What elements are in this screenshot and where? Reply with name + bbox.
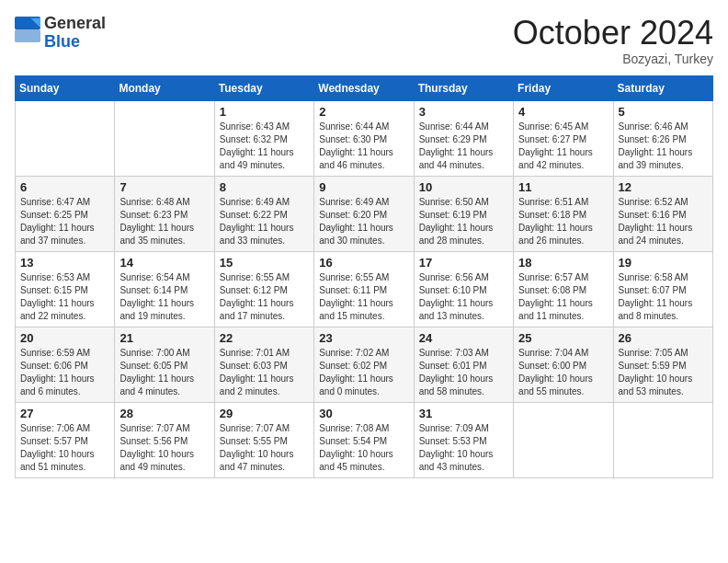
sunrise-text: Sunrise: 6:54 AMSunset: 6:14 PMDaylight:… bbox=[119, 272, 194, 321]
sunrise-text: Sunrise: 7:03 AMSunset: 6:01 PMDaylight:… bbox=[419, 348, 494, 396]
calendar-cell: 15 Sunrise: 6:55 AMSunset: 6:12 PMDaylig… bbox=[214, 251, 313, 327]
calendar-cell bbox=[115, 100, 214, 176]
sunrise-text: Sunrise: 6:45 AMSunset: 6:27 PMDaylight:… bbox=[518, 121, 593, 170]
calendar-cell bbox=[16, 100, 115, 176]
day-number: 3 bbox=[419, 105, 508, 119]
sunrise-text: Sunrise: 6:49 AMSunset: 6:20 PMDaylight:… bbox=[319, 197, 393, 246]
day-number: 23 bbox=[319, 331, 408, 345]
calendar-cell: 5 Sunrise: 6:46 AMSunset: 6:26 PMDayligh… bbox=[613, 100, 712, 176]
sunrise-text: Sunrise: 7:09 AMSunset: 5:53 PMDaylight:… bbox=[419, 423, 494, 472]
calendar-cell: 13 Sunrise: 6:53 AMSunset: 6:15 PMDaylig… bbox=[16, 251, 115, 327]
day-number: 13 bbox=[20, 256, 109, 270]
calendar-week-row: 27 Sunrise: 7:06 AMSunset: 5:57 PMDaylig… bbox=[16, 402, 713, 477]
day-number: 15 bbox=[220, 256, 309, 270]
day-number: 25 bbox=[518, 331, 608, 345]
calendar-cell: 31 Sunrise: 7:09 AMSunset: 5:53 PMDaylig… bbox=[414, 402, 513, 477]
day-number: 2 bbox=[319, 105, 408, 119]
logo-blue: Blue bbox=[44, 32, 80, 51]
sunrise-text: Sunrise: 6:50 AMSunset: 6:19 PMDaylight:… bbox=[419, 197, 494, 246]
sunrise-text: Sunrise: 6:55 AMSunset: 6:11 PMDaylight:… bbox=[319, 272, 393, 321]
day-number: 26 bbox=[619, 331, 708, 345]
day-number: 11 bbox=[518, 180, 608, 194]
header: General Blue October 2024 Bozyazi, Turke… bbox=[15, 15, 713, 66]
day-of-week-header: Monday bbox=[115, 75, 214, 100]
calendar-cell: 21 Sunrise: 7:00 AMSunset: 6:05 PMDaylig… bbox=[115, 327, 214, 402]
sunrise-text: Sunrise: 6:44 AMSunset: 6:29 PMDaylight:… bbox=[419, 121, 494, 170]
sunrise-text: Sunrise: 6:57 AMSunset: 6:08 PMDaylight:… bbox=[518, 272, 593, 321]
location-subtitle: Bozyazi, Turkey bbox=[513, 52, 713, 66]
sunrise-text: Sunrise: 6:48 AMSunset: 6:23 PMDaylight:… bbox=[119, 197, 194, 246]
calendar-cell: 11 Sunrise: 6:51 AMSunset: 6:18 PMDaylig… bbox=[514, 176, 613, 251]
day-number: 28 bbox=[119, 407, 209, 420]
sunrise-text: Sunrise: 7:01 AMSunset: 6:03 PMDaylight:… bbox=[220, 348, 294, 396]
logo-general: General bbox=[44, 14, 106, 32]
calendar-cell: 26 Sunrise: 7:05 AMSunset: 5:59 PMDaylig… bbox=[613, 327, 712, 402]
sunrise-text: Sunrise: 6:58 AMSunset: 6:07 PMDaylight:… bbox=[619, 272, 693, 321]
calendar-cell: 7 Sunrise: 6:48 AMSunset: 6:23 PMDayligh… bbox=[115, 176, 214, 251]
sunrise-text: Sunrise: 6:49 AMSunset: 6:22 PMDaylight:… bbox=[220, 197, 294, 246]
day-number: 14 bbox=[119, 256, 209, 270]
calendar-cell: 2 Sunrise: 6:44 AMSunset: 6:30 PMDayligh… bbox=[314, 100, 414, 176]
sunrise-text: Sunrise: 7:02 AMSunset: 6:02 PMDaylight:… bbox=[319, 348, 393, 396]
calendar-cell: 20 Sunrise: 6:59 AMSunset: 6:06 PMDaylig… bbox=[16, 327, 115, 402]
month-title: October 2024 bbox=[513, 15, 713, 52]
logo-icon bbox=[15, 17, 40, 42]
calendar-cell: 18 Sunrise: 6:57 AMSunset: 6:08 PMDaylig… bbox=[514, 251, 613, 327]
calendar-week-row: 1 Sunrise: 6:43 AMSunset: 6:32 PMDayligh… bbox=[16, 100, 713, 176]
sunrise-text: Sunrise: 7:04 AMSunset: 6:00 PMDaylight:… bbox=[518, 348, 593, 396]
calendar-cell bbox=[514, 402, 613, 477]
day-number: 10 bbox=[419, 180, 508, 194]
sunrise-text: Sunrise: 7:07 AMSunset: 5:56 PMDaylight:… bbox=[119, 423, 194, 472]
calendar-cell: 25 Sunrise: 7:04 AMSunset: 6:00 PMDaylig… bbox=[514, 327, 613, 402]
sunrise-text: Sunrise: 6:51 AMSunset: 6:18 PMDaylight:… bbox=[518, 197, 593, 246]
day-number: 29 bbox=[220, 407, 309, 420]
calendar-cell: 10 Sunrise: 6:50 AMSunset: 6:19 PMDaylig… bbox=[414, 176, 513, 251]
day-number: 30 bbox=[319, 407, 408, 420]
calendar-cell bbox=[613, 402, 712, 477]
day-number: 17 bbox=[419, 256, 508, 270]
sunrise-text: Sunrise: 6:47 AMSunset: 6:25 PMDaylight:… bbox=[20, 197, 95, 246]
calendar-cell: 30 Sunrise: 7:08 AMSunset: 5:54 PMDaylig… bbox=[314, 402, 414, 477]
day-number: 6 bbox=[20, 180, 109, 194]
day-of-week-header: Saturday bbox=[613, 75, 712, 100]
sunrise-text: Sunrise: 7:00 AMSunset: 6:05 PMDaylight:… bbox=[119, 348, 194, 396]
day-of-week-header: Wednesday bbox=[314, 75, 414, 100]
day-number: 1 bbox=[220, 105, 309, 119]
sunrise-text: Sunrise: 6:59 AMSunset: 6:06 PMDaylight:… bbox=[20, 348, 95, 396]
day-number: 22 bbox=[220, 331, 309, 345]
sunrise-text: Sunrise: 6:53 AMSunset: 6:15 PMDaylight:… bbox=[20, 272, 95, 321]
sunrise-text: Sunrise: 6:55 AMSunset: 6:12 PMDaylight:… bbox=[220, 272, 294, 321]
day-number: 5 bbox=[619, 105, 708, 119]
calendar-cell: 19 Sunrise: 6:58 AMSunset: 6:07 PMDaylig… bbox=[613, 251, 712, 327]
day-number: 9 bbox=[319, 180, 408, 194]
sunrise-text: Sunrise: 6:44 AMSunset: 6:30 PMDaylight:… bbox=[319, 121, 393, 170]
calendar-cell: 1 Sunrise: 6:43 AMSunset: 6:32 PMDayligh… bbox=[214, 100, 313, 176]
sunrise-text: Sunrise: 7:08 AMSunset: 5:54 PMDaylight:… bbox=[319, 423, 393, 472]
calendar-cell: 23 Sunrise: 7:02 AMSunset: 6:02 PMDaylig… bbox=[314, 327, 414, 402]
day-of-week-header: Thursday bbox=[414, 75, 513, 100]
day-number: 19 bbox=[619, 256, 708, 270]
calendar-cell: 6 Sunrise: 6:47 AMSunset: 6:25 PMDayligh… bbox=[16, 176, 115, 251]
calendar-cell: 27 Sunrise: 7:06 AMSunset: 5:57 PMDaylig… bbox=[16, 402, 115, 477]
title-area: October 2024 Bozyazi, Turkey bbox=[513, 15, 713, 66]
logo: General Blue bbox=[15, 15, 106, 52]
day-number: 16 bbox=[319, 256, 408, 270]
calendar-cell: 17 Sunrise: 6:56 AMSunset: 6:10 PMDaylig… bbox=[414, 251, 513, 327]
calendar-cell: 9 Sunrise: 6:49 AMSunset: 6:20 PMDayligh… bbox=[314, 176, 414, 251]
calendar-cell: 12 Sunrise: 6:52 AMSunset: 6:16 PMDaylig… bbox=[613, 176, 712, 251]
calendar-cell: 4 Sunrise: 6:45 AMSunset: 6:27 PMDayligh… bbox=[514, 100, 613, 176]
sunrise-text: Sunrise: 6:52 AMSunset: 6:16 PMDaylight:… bbox=[619, 197, 693, 246]
day-number: 8 bbox=[220, 180, 309, 194]
day-number: 7 bbox=[119, 180, 209, 194]
calendar-cell: 24 Sunrise: 7:03 AMSunset: 6:01 PMDaylig… bbox=[414, 327, 513, 402]
calendar-cell: 16 Sunrise: 6:55 AMSunset: 6:11 PMDaylig… bbox=[314, 251, 414, 327]
calendar-week-row: 13 Sunrise: 6:53 AMSunset: 6:15 PMDaylig… bbox=[16, 251, 713, 327]
day-number: 31 bbox=[419, 407, 508, 420]
day-number: 12 bbox=[619, 180, 708, 194]
sunrise-text: Sunrise: 6:43 AMSunset: 6:32 PMDaylight:… bbox=[220, 121, 294, 170]
calendar-cell: 3 Sunrise: 6:44 AMSunset: 6:29 PMDayligh… bbox=[414, 100, 513, 176]
sunrise-text: Sunrise: 6:56 AMSunset: 6:10 PMDaylight:… bbox=[419, 272, 494, 321]
logo-text: General Blue bbox=[44, 15, 106, 52]
day-of-week-header: Tuesday bbox=[214, 75, 313, 100]
sunrise-text: Sunrise: 7:07 AMSunset: 5:55 PMDaylight:… bbox=[220, 423, 294, 472]
